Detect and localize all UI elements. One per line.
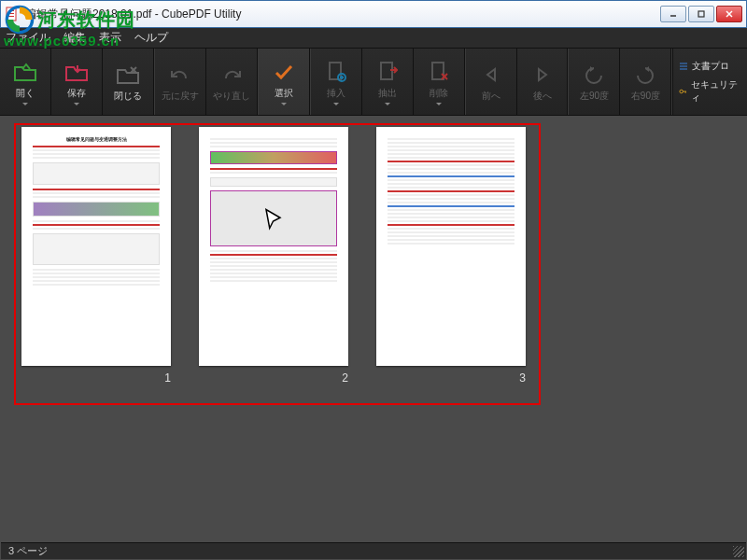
undo-label: 元に戻す (162, 90, 199, 103)
minimize-button[interactable] (660, 6, 686, 22)
toolbar: 開く 保存 閉じる 元に戻す やり直し 選択 挿入 抽出 削除 前へ 後へ (0, 49, 747, 116)
page-thumbnail[interactable]: 编辑常见问题与变通调整方法 1 (21, 127, 171, 385)
maximize-button[interactable] (688, 6, 714, 22)
window-title: 编辑常见问题2018.01.pdf - CubePDF Utility (25, 7, 660, 22)
insert-button[interactable]: 挿入 (311, 49, 362, 115)
security-button[interactable]: セキュリティ (679, 78, 741, 105)
open-label: 開く (16, 87, 35, 100)
next-label: 後へ (533, 90, 552, 103)
menu-file[interactable]: ファイル (6, 30, 50, 46)
redo-icon (220, 65, 243, 84)
close-file-button[interactable]: 閉じる (103, 49, 154, 115)
app-icon (5, 7, 20, 21)
page-number: 3 (519, 371, 526, 385)
arrow-left-icon (480, 65, 502, 84)
doc-properties-label: 文書プロ (692, 60, 729, 73)
key-icon (679, 87, 687, 96)
save-label: 保存 (67, 87, 86, 100)
thumbnail-area[interactable]: 编辑常见问题与变通调整方法 1 2 (1, 116, 746, 541)
list-icon (679, 62, 688, 71)
rotate-left-button[interactable]: 左90度 (569, 49, 620, 115)
close-button[interactable] (716, 6, 742, 22)
arrow-right-icon (531, 65, 554, 84)
statusbar: 3 ページ (1, 542, 746, 559)
redo-button[interactable]: やり直し (206, 49, 258, 115)
rotate-right-label: 右90度 (631, 90, 660, 103)
doc-properties-button[interactable]: 文書プロ (679, 60, 741, 73)
page-thumbnail[interactable]: 3 (376, 127, 526, 385)
dropdown-icon (333, 103, 339, 105)
select-label: 選択 (275, 87, 293, 100)
prev-label: 前へ (482, 90, 500, 103)
menubar: ファイル 編集 表示 ヘルプ (0, 28, 747, 49)
rotate-right-button[interactable]: 右90度 (620, 49, 671, 115)
rotate-left-label: 左90度 (580, 90, 609, 103)
delete-icon (429, 61, 449, 83)
page-number: 1 (164, 371, 171, 385)
insert-label: 挿入 (327, 87, 345, 100)
undo-button[interactable]: 元に戻す (155, 49, 206, 115)
prev-button[interactable]: 前へ (466, 49, 517, 115)
folder-open-icon (13, 62, 37, 82)
insert-icon (326, 61, 346, 83)
svg-rect-3 (8, 13, 14, 14)
status-text: 3 ページ (8, 544, 48, 558)
svg-rect-4 (8, 16, 14, 17)
svg-rect-11 (330, 63, 341, 79)
svg-rect-2 (8, 10, 14, 11)
dropdown-icon (74, 103, 79, 105)
page-number: 2 (342, 371, 348, 385)
redo-label: やり直し (213, 90, 250, 103)
dropdown-icon (436, 103, 442, 105)
save-icon (64, 62, 89, 82)
select-button[interactable]: 選択 (259, 49, 310, 115)
next-button[interactable]: 後へ (517, 49, 569, 115)
menu-edit[interactable]: 編集 (63, 30, 86, 46)
titlebar: 编辑常见问题2018.01.pdf - CubePDF Utility (0, 0, 747, 28)
extract-icon (377, 61, 398, 83)
rotate-left-icon (583, 64, 605, 85)
undo-icon (169, 65, 191, 84)
check-icon (273, 63, 295, 81)
dropdown-icon (281, 103, 287, 105)
resize-grip-icon[interactable] (733, 546, 744, 557)
delete-button[interactable]: 削除 (414, 49, 465, 115)
extract-button[interactable]: 抽出 (362, 49, 414, 115)
svg-point-22 (680, 90, 684, 93)
security-label: セキュリティ (691, 78, 741, 105)
close-file-label: 閉じる (114, 90, 142, 103)
save-button[interactable]: 保存 (51, 49, 103, 115)
page-thumbnail[interactable]: 2 (199, 127, 348, 385)
rotate-right-icon (634, 64, 656, 85)
svg-rect-16 (432, 63, 444, 79)
dropdown-icon (22, 103, 28, 105)
dropdown-icon (385, 103, 390, 105)
menu-help[interactable]: ヘルプ (134, 30, 168, 46)
delete-label: 削除 (430, 87, 448, 100)
cursor-icon (261, 207, 289, 235)
close-file-icon (116, 64, 140, 85)
menu-view[interactable]: 表示 (99, 30, 121, 46)
svg-rect-6 (698, 11, 704, 17)
open-button[interactable]: 開く (0, 49, 51, 115)
extract-label: 抽出 (378, 87, 397, 100)
